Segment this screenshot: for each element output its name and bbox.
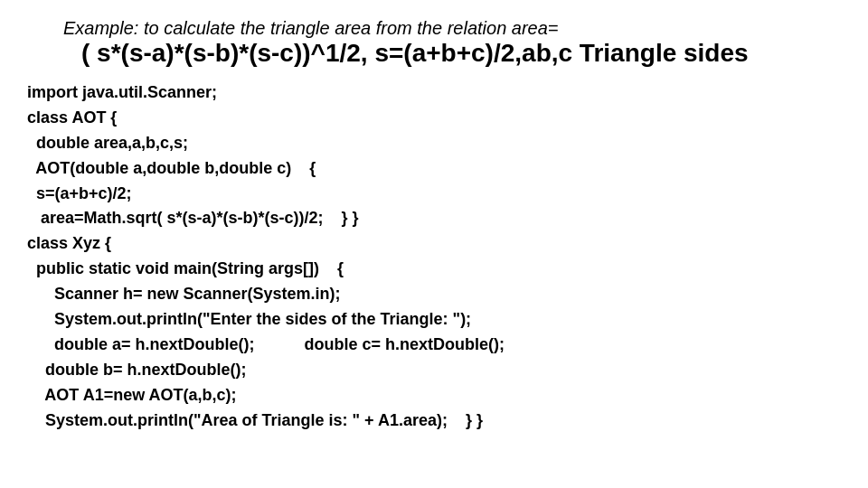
code-line: public static void main(String args[]) {: [27, 257, 841, 282]
code-line: area=Math.sqrt( s*(s-a)*(s-b)*(s-c))/2; …: [27, 206, 841, 231]
code-line: double b= h.nextDouble();: [27, 358, 841, 383]
title-line2: ( s*(s-a)*(s-b)*(s-c))^1/2, s=(a+b+c)/2,…: [81, 39, 841, 68]
code-line: System.out.println("Area of Triangle is:…: [27, 408, 841, 434]
code-line: double area,a,b,c,s;: [27, 131, 841, 156]
code-line: class Xyz {: [27, 231, 841, 257]
code-line: AOT A1=new AOT(a,b,c);: [27, 383, 841, 408]
slide-container: Example: to calculate the triangle area …: [0, 0, 868, 488]
code-area: import java.util.Scanner;class AOT { dou…: [27, 80, 841, 433]
code-line: System.out.println("Enter the sides of t…: [27, 307, 841, 333]
code-line: class AOT {: [27, 106, 841, 131]
title-line1: Example: to calculate the triangle area …: [63, 18, 841, 39]
code-line: Scanner h= new Scanner(System.in);: [27, 282, 841, 307]
title-area: Example: to calculate the triangle area …: [27, 18, 841, 68]
code-line: s=(a+b+c)/2;: [27, 182, 841, 207]
code-line: import java.util.Scanner;: [27, 80, 841, 106]
code-line: AOT(double a,double b,double c) {: [27, 156, 841, 182]
code-line: double a= h.nextDouble(); double c= h.ne…: [27, 333, 841, 358]
